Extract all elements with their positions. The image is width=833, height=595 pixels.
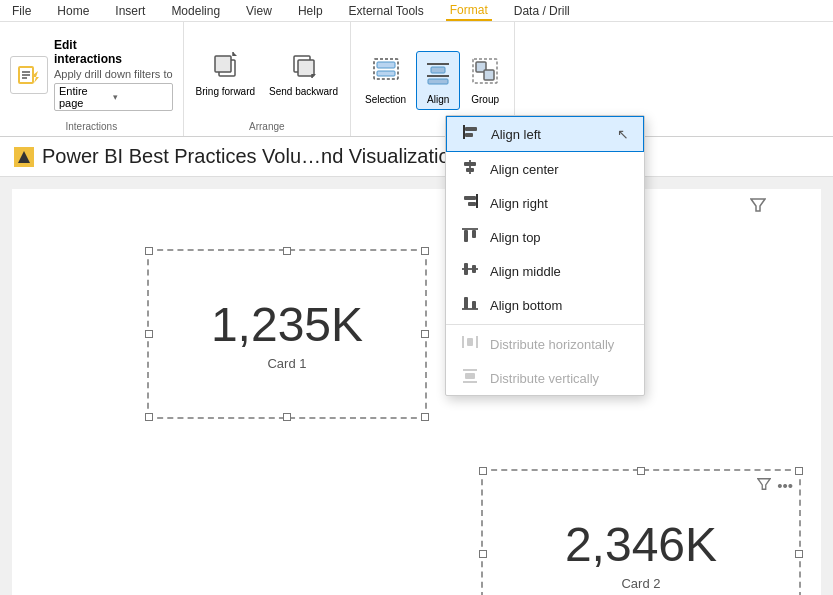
align-right-icon — [460, 193, 480, 213]
card2-resize-handle-mr[interactable] — [795, 550, 803, 558]
card1: 1,235K Card 1 — [147, 249, 427, 419]
card1-label: Card 1 — [267, 356, 306, 371]
menu-insert[interactable]: Insert — [111, 2, 149, 20]
resize-handle-tm[interactable] — [283, 247, 291, 255]
selection-button[interactable]: Selection — [359, 52, 412, 109]
selection-icon — [371, 56, 401, 94]
send-backward-button[interactable]: Send backward — [265, 46, 342, 101]
svg-marker-36 — [758, 479, 770, 490]
card2-resize-handle-tm[interactable] — [637, 467, 645, 475]
send-backward-icon — [290, 50, 318, 86]
align-left-icon — [461, 124, 481, 144]
distribute-vertical-icon — [460, 368, 480, 388]
resize-handle-bm[interactable] — [283, 413, 291, 421]
svg-rect-50 — [464, 263, 468, 275]
resize-handle-bl[interactable] — [145, 413, 153, 421]
svg-rect-47 — [464, 230, 468, 242]
send-backward-label: Send backward — [269, 86, 338, 97]
align-top-icon — [460, 227, 480, 247]
align-bottom-label: Align bottom — [490, 298, 562, 313]
interactions-top: Edit interactions Apply drill down filte… — [10, 28, 173, 121]
align-button[interactable]: Align — [416, 51, 460, 110]
canvas: 1,235K Card 1 ••• 2,346K Card 2 — [12, 189, 821, 595]
arrange-buttons: Bring forward Send backward — [192, 26, 342, 121]
menu-data-drill[interactable]: Data / Drill — [510, 2, 574, 20]
menu-help[interactable]: Help — [294, 2, 327, 20]
card2-filter-icon[interactable] — [757, 477, 771, 494]
arrange-section: Bring forward Send backward Arrange — [184, 22, 351, 136]
resize-handle-tr[interactable] — [421, 247, 429, 255]
selection-label: Selection — [365, 94, 406, 105]
apply-label: Apply drill down filters to — [54, 68, 173, 80]
distribute-vertically-option: Distribute vertically — [446, 361, 644, 395]
align-label: Align — [427, 94, 449, 105]
align-right-label: Align right — [490, 196, 548, 211]
menu-format[interactable]: Format — [446, 1, 492, 21]
main-layout: Power BI Best Practices Volu…nd Visualiz… — [0, 137, 833, 595]
menu-bar: File Home Insert Modeling View Help Exte… — [0, 0, 833, 22]
align-right-option[interactable]: Align right — [446, 186, 644, 220]
align-center-label: Align center — [490, 162, 559, 177]
align-dropdown: Align left ↖ Align center Align right — [445, 115, 645, 396]
svg-rect-15 — [377, 71, 395, 76]
distribute-horizontally-option: Distribute horizontally — [446, 327, 644, 361]
align-middle-option[interactable]: Align middle — [446, 254, 644, 288]
svg-rect-19 — [428, 79, 448, 84]
menu-home[interactable]: Home — [53, 2, 93, 20]
align-bottom-option[interactable]: Align bottom — [446, 288, 644, 322]
svg-rect-39 — [465, 133, 473, 137]
align-center-option[interactable]: Align center — [446, 152, 644, 186]
resize-handle-tl[interactable] — [145, 247, 153, 255]
ribbon: Edit interactions Apply drill down filte… — [0, 22, 833, 137]
menu-view[interactable]: View — [242, 2, 276, 20]
card1-value: 1,235K — [211, 297, 363, 352]
distribute-horizontal-icon — [460, 334, 480, 354]
apply-value: Entire page — [59, 85, 113, 109]
menu-external-tools[interactable]: External Tools — [345, 2, 428, 20]
filter-icon[interactable] — [750, 197, 766, 217]
apply-dropdown[interactable]: Entire page ▾ — [54, 83, 173, 111]
svg-rect-42 — [466, 168, 474, 172]
card2-resize-handle-tr[interactable] — [795, 467, 803, 475]
card2-resize-handle-ml[interactable] — [479, 550, 487, 558]
group-icon — [470, 56, 500, 94]
resize-handle-ml[interactable] — [145, 330, 153, 338]
card2: ••• 2,346K Card 2 — [481, 469, 801, 595]
svg-rect-54 — [472, 301, 476, 309]
distribute-horizontally-label: Distribute horizontally — [490, 337, 614, 352]
edit-interactions-label2: interactions — [54, 52, 173, 66]
svg-rect-60 — [465, 373, 475, 379]
align-icon — [423, 56, 453, 94]
menu-modeling[interactable]: Modeling — [167, 2, 224, 20]
align-left-option[interactable]: Align left ↖ — [446, 116, 644, 152]
cursor-indicator: ↖ — [617, 126, 629, 142]
interactions-right: Edit interactions Apply drill down filte… — [54, 38, 173, 111]
resize-handle-mr[interactable] — [421, 330, 429, 338]
interactions-section-label: Interactions — [65, 121, 117, 134]
svg-rect-53 — [464, 297, 468, 309]
align-middle-label: Align middle — [490, 264, 561, 279]
arrange-section-label: Arrange — [249, 121, 285, 134]
svg-rect-44 — [464, 196, 476, 200]
card2-resize-handle-tl[interactable] — [479, 467, 487, 475]
align-bottom-icon — [460, 295, 480, 315]
distribute-vertically-label: Distribute vertically — [490, 371, 599, 386]
canvas-area: Power BI Best Practices Volu…nd Visualiz… — [0, 137, 833, 595]
edit-interactions-button[interactable] — [10, 56, 48, 94]
svg-rect-22 — [484, 70, 494, 80]
bring-forward-button[interactable]: Bring forward — [192, 46, 259, 101]
align-middle-icon — [460, 261, 480, 281]
bring-forward-icon — [211, 50, 239, 86]
svg-rect-57 — [467, 338, 473, 346]
card2-label: Card 2 — [621, 576, 660, 591]
align-top-option[interactable]: Align top — [446, 220, 644, 254]
menu-file[interactable]: File — [8, 2, 35, 20]
card2-more-icon[interactable]: ••• — [777, 477, 793, 494]
group-button[interactable]: Group — [464, 52, 506, 109]
bring-forward-label: Bring forward — [196, 86, 255, 97]
align-center-icon — [460, 159, 480, 179]
svg-marker-35 — [751, 199, 765, 211]
resize-handle-br[interactable] — [421, 413, 429, 421]
svg-marker-34 — [18, 151, 30, 163]
svg-rect-10 — [298, 60, 314, 76]
